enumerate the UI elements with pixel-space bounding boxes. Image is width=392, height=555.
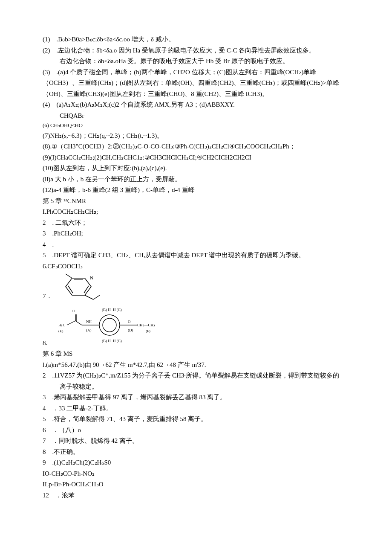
c5-item-8: 8. (B) H H (C) (B) H H (C) NH (A) xyxy=(43,302,349,349)
m-item-9: 9 .(1)C₂H₃Ch(2)C₂H₆S0 xyxy=(43,457,349,468)
svg-marker-0 xyxy=(66,278,91,295)
svg-text:(B) H: (B) H xyxy=(102,308,111,312)
m-item-11: ILp-Br-Ph-OCH₂CH₃O xyxy=(43,479,349,490)
m-item-12: 12 ．浪苯 xyxy=(43,490,349,501)
svg-line-5 xyxy=(85,295,93,299)
c5-item-6: 6.CF₃COOCH₃ xyxy=(43,261,349,272)
m-item-2: 2 .11VZ57 为(CH₃)₃C⁺,m/Z155 为分子离子丢 CH3·所得… xyxy=(43,370,349,381)
svg-text:H (C): H (C) xyxy=(113,339,122,343)
svg-text:(A): (A) xyxy=(86,328,92,332)
item-12: (12)a-4 重峰，b-6 重峰(2 组 3 重峰)，C-单峰，d-4 重峰 xyxy=(43,185,349,196)
svg-line-6 xyxy=(93,295,100,299)
m-item-3: 3 .烯丙基裂解丢甲基得 97 离子，烯丙基裂解丢乙基得 83 离子。 xyxy=(43,392,349,403)
m-item-4: 4 ．33 二甲基-2-丁醇。 xyxy=(43,403,349,414)
svg-point-8 xyxy=(99,315,120,335)
item-4: (4) (a)A₂X₂;(b)A₃M₂X;(c)2 个自旋系统 AMX,另有 A… xyxy=(43,99,349,110)
item-3: (3) .(a)4 个质子磁全同，单峰；(b)两个单峰，CH2O 位移大；(C)… xyxy=(43,67,349,78)
svg-line-2 xyxy=(84,286,89,293)
svg-text:O: O xyxy=(128,320,131,324)
m-item-10: IO-CH₃CO-Ph-NO₂ xyxy=(43,468,349,479)
c5-item-1: I.PhCOCH₂CH₂CH₃; xyxy=(43,206,349,218)
m-item-7: 7 ．同时脱水、脱烯得 42 离子。 xyxy=(43,436,349,447)
item-10: (10)图从左到右，从上到下对应:(b),(a),(c),(e). xyxy=(43,163,349,174)
svg-line-12 xyxy=(75,321,82,325)
c5-item-7-label: 7． xyxy=(43,291,52,302)
c5-item-3: 3 .PhCH₂OH; xyxy=(43,228,349,239)
molecule-7-icon: N xyxy=(55,272,106,302)
m-item-8: 8 .不正确。 xyxy=(43,447,349,458)
document-page: (1) .B₀b>Bθa>B₀c;δb<δa<δc.oo 增大，δ 减小。 (2… xyxy=(0,0,392,555)
svg-text:(E): (E) xyxy=(58,329,63,333)
item-1: (1) .B₀b>Bθa>B₀c;δb<δa<δc.oo 增大，δ 减小。 xyxy=(43,34,349,45)
m-item-1: l.(a)m*56.47,(b)由 90→62 产生 m*42.7,由 62→4… xyxy=(43,360,349,371)
item-2: (2) .左边化合物：δb<δa.o 因为 Ha 受氧原子的吸电子效应大，受 C… xyxy=(43,45,349,56)
svg-text:(F): (F) xyxy=(146,329,150,333)
item-7: (7)NH₂(s,~6.3)；CH₂(q,~2.3)；CH₃(t,~1.3)。 xyxy=(43,131,349,142)
item-3b: （OCH3）、三重峰(CH₃)；(d)图从左到右：单峰(OH)、四重峰(CH2)… xyxy=(43,78,349,89)
item-8: (8).①（CH3"C(OCH3）2:②(CH₃)₃C-O-CO-CH₃:③Ph… xyxy=(43,141,349,152)
svg-line-4 xyxy=(66,274,72,278)
svg-text:CH₂—CH₃: CH₂—CH₃ xyxy=(137,323,155,327)
svg-text:N: N xyxy=(90,275,93,280)
svg-text:NH: NH xyxy=(86,320,92,324)
c5-item-4: 4 . xyxy=(43,239,349,250)
svg-text:(B) H: (B) H xyxy=(102,339,111,343)
svg-line-3 xyxy=(68,286,73,293)
svg-text:H (C): H (C) xyxy=(113,308,122,312)
svg-text:H₃C: H₃C xyxy=(58,323,66,327)
item-4b: CHQABr xyxy=(43,110,349,122)
c5-item-5: 5 .DEPT 谱可确定 CH3、CH₂、CH,从去偶谱中减去 DEPT 谱中出… xyxy=(43,250,349,261)
molecule-8-icon: (B) H H (C) (B) H H (C) NH (A) O H₃C (E)… xyxy=(50,302,161,349)
m-item-5: 5 .符合，简单裂解得 71、43 离子，麦氏重排得 58 离子。 xyxy=(43,414,349,425)
item-3c: （OH)、三重峰(CH3)(e)图从左到右：三重峰(CHO)、8 重(CH2)、… xyxy=(43,89,349,100)
svg-line-15 xyxy=(67,321,75,325)
item-2-line2: 右边化合物：δb<δa.oHa 受。原子的吸电子效应大于 Hb 受 Br 原子的… xyxy=(43,56,349,67)
svg-point-9 xyxy=(103,318,116,332)
c5-item-8-label: 8. xyxy=(43,338,47,349)
chapter-6-heading: 第 6 章 MS xyxy=(43,349,349,360)
m-item-2b: 离子较稳定。 xyxy=(43,381,349,392)
m-item-6: 6 ．（八）o xyxy=(43,425,349,436)
chapter-5-heading: 第 5 章 ¹³CNMR xyxy=(43,196,349,207)
c5-item-2: 2 . 二氧六环； xyxy=(43,218,349,229)
item-6: (6) CH₃OHQ<HO xyxy=(43,121,349,131)
c5-item-7: 7． N xyxy=(43,272,349,302)
svg-text:(D): (D) xyxy=(128,328,133,332)
svg-text:O: O xyxy=(72,309,75,313)
item-11: (ll)a 大 b 小，b 在另一个苯环的正上方，受屏蔽。 xyxy=(43,174,349,185)
item-9: (9)(I)CHaCCl₂CH₃;(2)CH,CH₂CHC1₂:③CH3CHCI… xyxy=(43,152,349,163)
